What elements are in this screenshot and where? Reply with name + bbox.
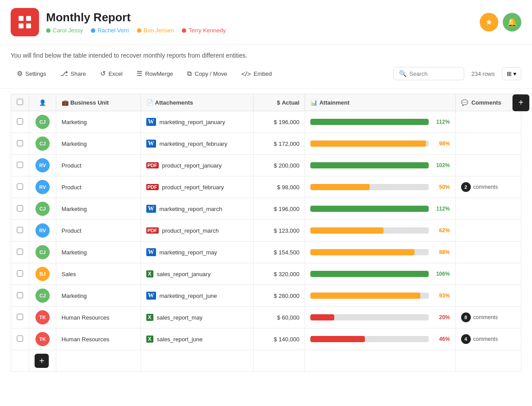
svg-rect-0 [19,16,23,21]
row-comments [455,133,521,155]
collab-boo[interactable]: Boo Jensen [137,27,174,34]
add-row-button[interactable]: + [35,354,49,368]
row-business-unit: Marketing [56,111,141,133]
progress-bar-bg [310,271,428,277]
th-business-unit[interactable]: 💼Business Unit [56,94,141,111]
embed-button[interactable]: </> Embed [235,66,278,81]
rows-count: 234 rows [471,70,495,77]
row-attachment[interactable]: Xsales_report_june [141,328,253,350]
select-all-checkbox[interactable] [17,99,23,105]
row-business-unit: Marketing [56,285,141,307]
row-checkbox[interactable] [17,118,23,125]
search-input[interactable] [409,70,458,77]
word-file-icon: W [146,292,156,300]
row-checkbox[interactable] [17,162,23,168]
collab-rachel[interactable]: Rachel Verri [91,27,129,34]
row-attachment[interactable]: PDFproduct_report_january [141,155,253,176]
row-attachment[interactable]: PDFproduct_report_march [141,220,253,242]
person-icon: 👤 [39,99,46,106]
bell-button[interactable]: 🔔 [503,13,521,31]
row-checkbox[interactable] [17,336,23,342]
attainment-percent: 106% [432,271,450,277]
progress-bar-fill [310,227,383,234]
row-checkbox[interactable] [17,227,23,233]
avatar: CJ [35,245,50,259]
row-checkbox-cell[interactable] [11,285,29,307]
attainment-percent: 102% [432,162,450,168]
row-avatar-cell: RV [29,176,56,198]
row-checkbox[interactable] [17,270,23,277]
comment-badge[interactable]: 4 comments [461,334,498,344]
row-checkbox-cell[interactable] [11,155,29,176]
row-attachment[interactable]: Xsales_report_january [141,263,253,285]
row-attachment[interactable]: Wmarketing_report_january [141,111,253,133]
row-checkbox[interactable] [17,314,23,320]
word-file-icon: W [146,140,156,148]
table-row: CJMarketingWmarketing_report_march$ 196,… [11,198,521,220]
pdf-file-icon: PDF [146,162,159,168]
row-business-unit: Product [56,176,141,198]
comment-badge[interactable]: 8 comments [461,312,498,322]
view-toggle-button[interactable]: ⊞ ▾ [502,67,521,80]
settings-button[interactable]: ⚙ Settings [11,66,52,81]
row-attachment[interactable]: Wmarketing_report_june [141,285,253,307]
collab-terry[interactable]: Terry Kennedy [182,27,226,34]
toolbar: ⚙ Settings ⎇ Share ↺ Excel ☰ RowMerge ⧉ … [0,59,532,89]
footer-add-row[interactable]: + [29,350,56,372]
row-checkbox[interactable] [17,140,23,146]
row-checkbox[interactable] [17,205,23,211]
row-actual: $ 140,000 [253,328,305,350]
progress-bar-fill [310,162,428,168]
row-checkbox-cell[interactable] [11,220,29,242]
row-checkbox[interactable] [17,249,23,255]
comment-badge[interactable]: 2 comments [461,182,498,192]
settings-label: Settings [25,70,46,77]
row-attachment[interactable]: Wmarketing_report_february [141,133,253,155]
share-label: Share [70,70,86,77]
copy-move-icon: ⧉ [187,70,192,78]
row-attachment[interactable]: Xsales_report_may [141,307,253,328]
search-box[interactable]: 🔍 [393,67,464,80]
row-checkbox-cell[interactable] [11,242,29,263]
row-checkbox-cell[interactable] [11,263,29,285]
row-avatar-cell: CJ [29,198,56,220]
row-actual: $ 154,500 [253,242,305,263]
row-attachment[interactable]: Wmarketing_report_may [141,242,253,263]
star-button[interactable]: ★ [480,13,498,31]
progress-bar-bg [310,206,428,212]
row-comments: 4 comments [455,328,521,350]
th-actual[interactable]: $Actual [253,94,305,111]
collab-carol[interactable]: Carol Jessy [46,27,83,34]
row-checkbox-cell[interactable] [11,111,29,133]
attachment-filename: sales_report_may [157,314,203,321]
row-checkbox-cell[interactable] [11,328,29,350]
row-attainment: 112% [305,198,455,220]
progress-bar-bg [310,141,428,147]
row-comments [455,242,521,263]
row-checkbox-cell[interactable] [11,198,29,220]
th-attachments[interactable]: 📄Attachements [141,94,253,111]
share-button[interactable]: ⎇ Share [54,66,92,81]
avatar: RV [35,223,50,238]
avatar: CJ [35,202,50,216]
th-comments[interactable]: 💬 Comments + [455,94,521,111]
add-column-button[interactable]: + [512,94,529,111]
header-actions: ★ 🔔 [480,13,521,31]
rowmerge-button[interactable]: ☰ RowMerge [130,66,179,81]
row-checkbox-cell[interactable] [11,133,29,155]
excel-button[interactable]: ↺ Excel [94,66,129,81]
row-attachment[interactable]: PDFproduct_report_february [141,176,253,198]
app-logo [11,8,39,36]
row-business-unit: Human Resources [56,328,141,350]
row-attainment: 50% [305,176,455,198]
row-checkbox[interactable] [17,292,23,298]
th-select-all[interactable] [11,94,29,111]
th-attainment[interactable]: 📊Attainment [305,94,455,111]
row-attachment[interactable]: Wmarketing_report_march [141,198,253,220]
row-comments: 8 comments [455,307,521,328]
row-checkbox-cell[interactable] [11,307,29,328]
row-checkbox[interactable] [17,183,23,190]
row-comments: 2 comments [455,176,521,198]
copy-move-button[interactable]: ⧉ Copy / Move [181,66,233,81]
row-checkbox-cell[interactable] [11,176,29,198]
